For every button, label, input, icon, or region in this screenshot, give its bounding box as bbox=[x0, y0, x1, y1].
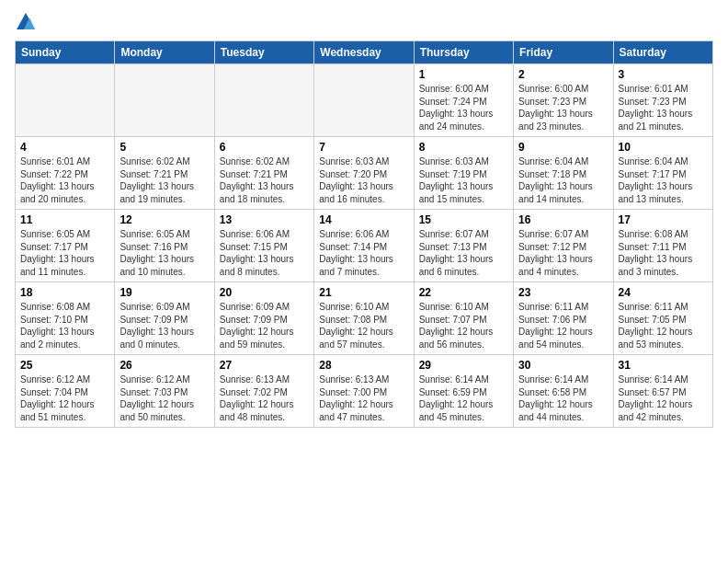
day-number: 16 bbox=[518, 213, 608, 226]
week-row-1: 1Sunrise: 6:00 AM Sunset: 7:24 PM Daylig… bbox=[16, 64, 713, 137]
day-cell: 12Sunrise: 6:05 AM Sunset: 7:16 PM Dayli… bbox=[115, 210, 214, 282]
header-thursday: Thursday bbox=[414, 41, 513, 64]
day-info: Sunrise: 6:12 AM Sunset: 7:03 PM Dayligh… bbox=[119, 373, 209, 423]
day-info: Sunrise: 6:10 AM Sunset: 7:07 PM Dayligh… bbox=[419, 301, 508, 350]
header-sunday: Sunday bbox=[16, 41, 115, 64]
header-wednesday: Wednesday bbox=[314, 41, 414, 64]
day-info: Sunrise: 6:09 AM Sunset: 7:09 PM Dayligh… bbox=[220, 301, 309, 350]
day-number: 24 bbox=[619, 286, 708, 299]
day-cell: 20Sunrise: 6:09 AM Sunset: 7:09 PM Dayli… bbox=[214, 282, 313, 355]
day-cell: 5Sunrise: 6:02 AM Sunset: 7:21 PM Daylig… bbox=[115, 137, 214, 210]
day-info: Sunrise: 6:08 AM Sunset: 7:11 PM Dayligh… bbox=[619, 228, 708, 278]
day-number: 18 bbox=[20, 286, 109, 299]
day-cell: 26Sunrise: 6:12 AM Sunset: 7:03 PM Dayli… bbox=[115, 355, 214, 428]
day-number: 17 bbox=[619, 213, 708, 226]
day-number: 25 bbox=[20, 359, 109, 372]
day-number: 19 bbox=[119, 286, 209, 299]
week-row-3: 11Sunrise: 6:05 AM Sunset: 7:17 PM Dayli… bbox=[16, 210, 713, 282]
day-cell: 4Sunrise: 6:01 AM Sunset: 7:22 PM Daylig… bbox=[16, 137, 115, 210]
day-number: 27 bbox=[220, 359, 309, 372]
day-number: 28 bbox=[319, 359, 408, 372]
day-number: 9 bbox=[518, 141, 608, 154]
day-cell: 16Sunrise: 6:07 AM Sunset: 7:12 PM Dayli… bbox=[514, 210, 613, 282]
day-number: 2 bbox=[518, 68, 608, 81]
day-cell: 2Sunrise: 6:00 AM Sunset: 7:23 PM Daylig… bbox=[514, 64, 613, 137]
day-cell: 25Sunrise: 6:12 AM Sunset: 7:04 PM Dayli… bbox=[16, 355, 115, 428]
day-number: 13 bbox=[220, 213, 309, 226]
day-cell: 24Sunrise: 6:11 AM Sunset: 7:05 PM Dayli… bbox=[613, 282, 712, 355]
day-info: Sunrise: 6:06 AM Sunset: 7:15 PM Dayligh… bbox=[220, 228, 309, 278]
logo-icon bbox=[17, 13, 35, 29]
day-number: 20 bbox=[220, 286, 309, 299]
day-number: 29 bbox=[419, 359, 508, 372]
day-info: Sunrise: 6:00 AM Sunset: 7:24 PM Dayligh… bbox=[419, 83, 508, 132]
header-friday: Friday bbox=[514, 41, 613, 64]
logo bbox=[15, 15, 35, 29]
day-cell: 1Sunrise: 6:00 AM Sunset: 7:24 PM Daylig… bbox=[414, 64, 513, 137]
day-info: Sunrise: 6:14 AM Sunset: 6:58 PM Dayligh… bbox=[518, 373, 608, 423]
day-cell: 27Sunrise: 6:13 AM Sunset: 7:02 PM Dayli… bbox=[214, 355, 313, 428]
day-info: Sunrise: 6:05 AM Sunset: 7:17 PM Dayligh… bbox=[20, 228, 109, 278]
day-number: 1 bbox=[419, 68, 508, 81]
day-info: Sunrise: 6:02 AM Sunset: 7:21 PM Dayligh… bbox=[220, 155, 309, 205]
day-number: 8 bbox=[419, 141, 508, 154]
day-number: 22 bbox=[419, 286, 508, 299]
day-info: Sunrise: 6:02 AM Sunset: 7:21 PM Dayligh… bbox=[119, 155, 209, 205]
header-monday: Monday bbox=[115, 41, 214, 64]
day-cell: 6Sunrise: 6:02 AM Sunset: 7:21 PM Daylig… bbox=[214, 137, 313, 210]
day-cell: 19Sunrise: 6:09 AM Sunset: 7:09 PM Dayli… bbox=[115, 282, 214, 355]
day-info: Sunrise: 6:03 AM Sunset: 7:19 PM Dayligh… bbox=[419, 155, 508, 205]
calendar: SundayMondayTuesdayWednesdayThursdayFrid… bbox=[15, 40, 713, 428]
day-cell bbox=[214, 64, 313, 137]
day-number: 31 bbox=[619, 359, 708, 372]
day-cell: 13Sunrise: 6:06 AM Sunset: 7:15 PM Dayli… bbox=[214, 210, 313, 282]
day-cell: 21Sunrise: 6:10 AM Sunset: 7:08 PM Dayli… bbox=[314, 282, 414, 355]
day-info: Sunrise: 6:14 AM Sunset: 6:59 PM Dayligh… bbox=[419, 373, 508, 423]
day-cell: 3Sunrise: 6:01 AM Sunset: 7:23 PM Daylig… bbox=[613, 64, 712, 137]
header bbox=[15, 15, 713, 29]
day-info: Sunrise: 6:01 AM Sunset: 7:23 PM Dayligh… bbox=[619, 83, 708, 132]
day-info: Sunrise: 6:10 AM Sunset: 7:08 PM Dayligh… bbox=[319, 301, 408, 350]
day-number: 15 bbox=[419, 213, 508, 226]
week-row-2: 4Sunrise: 6:01 AM Sunset: 7:22 PM Daylig… bbox=[16, 137, 713, 210]
day-cell: 22Sunrise: 6:10 AM Sunset: 7:07 PM Dayli… bbox=[414, 282, 513, 355]
day-info: Sunrise: 6:11 AM Sunset: 7:05 PM Dayligh… bbox=[619, 301, 708, 350]
day-cell: 8Sunrise: 6:03 AM Sunset: 7:19 PM Daylig… bbox=[414, 137, 513, 210]
day-cell: 31Sunrise: 6:14 AM Sunset: 6:57 PM Dayli… bbox=[613, 355, 712, 428]
day-cell: 23Sunrise: 6:11 AM Sunset: 7:06 PM Dayli… bbox=[514, 282, 613, 355]
week-row-4: 18Sunrise: 6:08 AM Sunset: 7:10 PM Dayli… bbox=[16, 282, 713, 355]
day-number: 3 bbox=[619, 68, 708, 81]
day-info: Sunrise: 6:12 AM Sunset: 7:04 PM Dayligh… bbox=[20, 373, 109, 423]
day-info: Sunrise: 6:01 AM Sunset: 7:22 PM Dayligh… bbox=[20, 155, 109, 205]
day-number: 11 bbox=[20, 213, 109, 226]
day-cell: 17Sunrise: 6:08 AM Sunset: 7:11 PM Dayli… bbox=[613, 210, 712, 282]
day-info: Sunrise: 6:13 AM Sunset: 7:00 PM Dayligh… bbox=[319, 373, 408, 423]
day-number: 7 bbox=[319, 141, 408, 154]
day-cell bbox=[16, 64, 115, 137]
day-info: Sunrise: 6:14 AM Sunset: 6:57 PM Dayligh… bbox=[619, 373, 708, 423]
week-row-5: 25Sunrise: 6:12 AM Sunset: 7:04 PM Dayli… bbox=[16, 355, 713, 428]
header-saturday: Saturday bbox=[613, 41, 712, 64]
day-cell: 9Sunrise: 6:04 AM Sunset: 7:18 PM Daylig… bbox=[514, 137, 613, 210]
day-info: Sunrise: 6:13 AM Sunset: 7:02 PM Dayligh… bbox=[220, 373, 309, 423]
day-info: Sunrise: 6:07 AM Sunset: 7:12 PM Dayligh… bbox=[518, 228, 608, 278]
day-number: 12 bbox=[119, 213, 209, 226]
day-number: 4 bbox=[20, 141, 109, 154]
day-info: Sunrise: 6:00 AM Sunset: 7:23 PM Dayligh… bbox=[518, 83, 608, 132]
day-cell bbox=[314, 64, 414, 137]
day-number: 10 bbox=[619, 141, 708, 154]
day-number: 23 bbox=[518, 286, 608, 299]
day-number: 21 bbox=[319, 286, 408, 299]
day-cell: 30Sunrise: 6:14 AM Sunset: 6:58 PM Dayli… bbox=[514, 355, 613, 428]
day-info: Sunrise: 6:08 AM Sunset: 7:10 PM Dayligh… bbox=[20, 301, 109, 350]
day-number: 30 bbox=[518, 359, 608, 372]
day-cell: 14Sunrise: 6:06 AM Sunset: 7:14 PM Dayli… bbox=[314, 210, 414, 282]
day-info: Sunrise: 6:11 AM Sunset: 7:06 PM Dayligh… bbox=[518, 301, 608, 350]
day-number: 14 bbox=[319, 213, 408, 226]
day-number: 26 bbox=[119, 359, 209, 372]
day-number: 5 bbox=[119, 141, 209, 154]
day-info: Sunrise: 6:04 AM Sunset: 7:18 PM Dayligh… bbox=[518, 155, 608, 205]
day-info: Sunrise: 6:06 AM Sunset: 7:14 PM Dayligh… bbox=[319, 228, 408, 278]
day-cell: 7Sunrise: 6:03 AM Sunset: 7:20 PM Daylig… bbox=[314, 137, 414, 210]
day-info: Sunrise: 6:09 AM Sunset: 7:09 PM Dayligh… bbox=[119, 301, 209, 350]
